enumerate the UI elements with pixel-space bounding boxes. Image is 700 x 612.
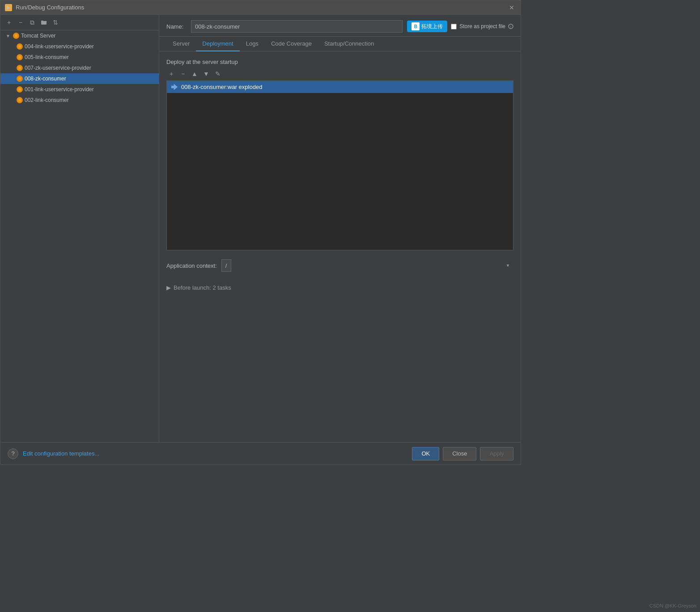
sort-config-button[interactable]: ⇅: [51, 17, 60, 27]
context-select[interactable]: /: [221, 259, 231, 272]
tomcat-child-icon: [17, 86, 23, 93]
sidebar-toolbar: + − ⧉ ⇅: [0, 15, 159, 30]
sidebar: + − ⧉ ⇅ ▼ Tomcat Server 004-: [0, 15, 159, 442]
tomcat-child-icon: [17, 43, 23, 50]
tabs-bar: Server Deployment Logs Code Coverage Sta…: [159, 37, 521, 51]
config-tree: ▼ Tomcat Server 004-link-userservice-pro…: [0, 30, 159, 106]
name-label: Name:: [166, 23, 187, 30]
svg-text:i: i: [510, 25, 511, 29]
tree-root-label: Tomcat Server: [21, 33, 55, 39]
footer-buttons: OK Close Apply: [412, 447, 513, 460]
before-launch-label: Before launch: 2 tasks: [174, 284, 231, 291]
baidu-logo: B: [412, 22, 420, 30]
deploy-toolbar: + − ▲ ▼ ✎: [166, 69, 513, 79]
tree-item-002[interactable]: 002-link-consumer: [0, 95, 159, 106]
baidu-upload-label: 拓境上传: [421, 23, 443, 30]
store-checkbox[interactable]: [451, 24, 457, 30]
edit-templates-link[interactable]: Edit configuration templates...: [23, 450, 99, 457]
tomcat-child-icon: [17, 65, 23, 71]
store-icon: i: [508, 24, 513, 29]
expand-arrow: ▼: [6, 34, 11, 38]
name-header: Name: B 拓境上传 Store as project file i: [159, 15, 521, 37]
tree-item-label-001: 001-link-userservice-provider: [25, 86, 94, 93]
remove-config-button[interactable]: −: [16, 17, 25, 27]
right-panel: Name: B 拓境上传 Store as project file i: [159, 15, 521, 442]
close-dialog-button[interactable]: ✕: [507, 3, 516, 12]
tab-logs[interactable]: Logs: [240, 37, 265, 51]
tree-item-label-004: 004-link-userservice-provider: [25, 43, 94, 50]
context-select-wrapper: /: [221, 259, 513, 272]
context-label: Application context:: [166, 262, 217, 269]
tree-item-004[interactable]: 004-link-userservice-provider: [0, 41, 159, 52]
dialog-icon: ▶: [5, 4, 12, 11]
deploy-add-button[interactable]: +: [166, 69, 176, 79]
deploy-item-label: 008-zk-consumer:war exploded: [181, 84, 262, 90]
tab-code-coverage[interactable]: Code Coverage: [265, 37, 318, 51]
tab-startup[interactable]: Startup/Connection: [318, 37, 380, 51]
apply-button[interactable]: Apply: [480, 447, 513, 460]
tab-server[interactable]: Server: [166, 37, 196, 51]
deploy-edit-button[interactable]: ✎: [213, 69, 223, 79]
tree-item-005[interactable]: 005-link-consumer: [0, 52, 159, 63]
baidu-upload-button[interactable]: B 拓境上传: [407, 21, 447, 32]
tree-item-label-007: 007-zk-userservice-provider: [25, 65, 91, 71]
before-launch-arrow: ▶: [166, 284, 171, 291]
footer: ? Edit configuration templates... OK Clo…: [0, 442, 521, 464]
store-row: Store as project file i: [451, 23, 513, 30]
tree-item-label-008: 008-zk-consumer: [25, 76, 66, 82]
tree-root-tomcat[interactable]: ▼ Tomcat Server: [0, 30, 159, 41]
deploy-up-button[interactable]: ▲: [190, 69, 199, 79]
deploy-section-label: Deploy at the server startup: [166, 59, 513, 65]
header-right: B 拓境上传 Store as project file i: [407, 21, 513, 32]
tab-deployment[interactable]: Deployment: [196, 37, 239, 51]
deploy-item-icon: [171, 84, 178, 90]
tree-item-007[interactable]: 007-zk-userservice-provider: [0, 63, 159, 73]
tomcat-child-icon: [17, 76, 23, 82]
close-button[interactable]: Close: [443, 447, 476, 460]
title-bar: ▶ Run/Debug Configurations ✕: [0, 0, 521, 15]
dialog-title: Run/Debug Configurations: [16, 4, 84, 11]
deploy-section: Deploy at the server startup + − ▲ ▼ ✎ 0…: [166, 59, 513, 250]
ok-button[interactable]: OK: [412, 447, 439, 460]
deploy-remove-button[interactable]: −: [178, 69, 188, 79]
copy-config-button[interactable]: ⧉: [27, 17, 37, 27]
tree-item-001[interactable]: 001-link-userservice-provider: [0, 84, 159, 95]
name-input[interactable]: [191, 20, 403, 33]
folder-config-button[interactable]: [39, 17, 49, 27]
content-area: Deploy at the server startup + − ▲ ▼ ✎ 0…: [159, 51, 521, 442]
tree-item-008[interactable]: 008-zk-consumer: [0, 73, 159, 84]
deploy-down-button[interactable]: ▼: [201, 69, 211, 79]
context-row: Application context: /: [166, 256, 513, 275]
tomcat-child-icon: [17, 97, 23, 103]
before-launch[interactable]: ▶ Before launch: 2 tasks: [166, 281, 513, 295]
add-config-button[interactable]: +: [4, 17, 14, 27]
tree-item-label-002: 002-link-consumer: [25, 97, 69, 103]
store-label: Store as project file: [459, 23, 505, 30]
deploy-list: 008-zk-consumer:war exploded: [166, 80, 513, 250]
deploy-list-item[interactable]: 008-zk-consumer:war exploded: [167, 81, 513, 93]
tomcat-child-icon: [17, 54, 23, 60]
tomcat-icon: [13, 33, 19, 39]
help-button[interactable]: ?: [8, 448, 18, 459]
tree-item-label-005: 005-link-consumer: [25, 54, 69, 60]
watermark: CSDN @KK-Greyson: [649, 603, 696, 608]
